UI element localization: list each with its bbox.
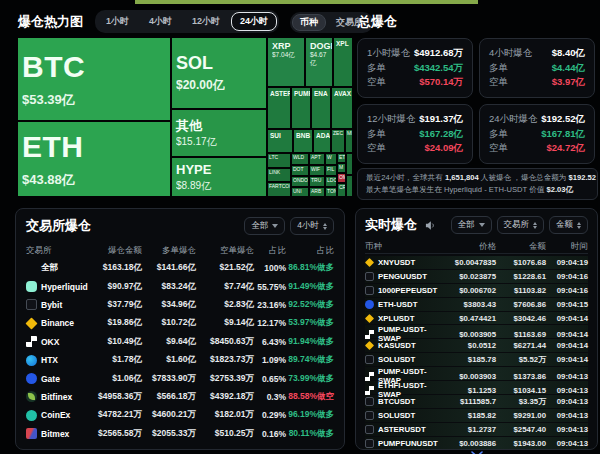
table-row[interactable]: CoinEx$4782.21万$4600.21万$182.01万0.29%96.… [26,406,334,424]
treemap-cell-ADA[interactable]: ADA [314,130,330,152]
table-row[interactable]: XPLUSDT$0.474421$3042.4609:04:14 [365,312,588,325]
treemap-cell-ONDO[interactable]: ONDO [292,177,308,186]
table-row[interactable]: Hyperliquid$90.97亿$83.24亿$7.74亿55.75%91.… [26,277,334,295]
treemap-cell-LDC[interactable]: LDC [326,177,336,186]
time-cell: 09:04:13 [546,372,588,381]
table-row[interactable]: Binance$19.86亿$10.72亿$9.14亿12.17%53.97%做… [26,314,334,332]
long-cell: $2055.33万 [142,428,196,440]
treemap-cell-label: APT [311,155,323,161]
treemap-cell-XPL[interactable]: XPL [334,38,352,86]
treemap-cell-value: $15.17亿 [176,136,262,148]
treemap-cell-FIL[interactable]: FIL [326,166,336,175]
card-total-row: 4小时爆仓$8.40亿 [489,47,585,60]
treemap-cell-TON[interactable]: TON [326,188,336,196]
treemap-cell-ARB[interactable]: ARB [310,188,324,196]
treemap-cell-SUI[interactable]: SUI [268,130,292,152]
table-row[interactable]: PUMPFUNUSDT$0.003886$1943.0009:04:13 [365,437,588,450]
treemap-cell-M[interactable]: M [338,164,345,172]
sort-icon [323,223,327,230]
treemap-cell-WIF[interactable]: WIF [310,166,324,175]
card-long-row: 多单$167.28亿 [367,128,463,141]
exchange-table-body: 全部$163.18亿$141.66亿$21.52亿100%86.81%做多Hyp… [26,259,334,443]
long-cell: $566.18万 [142,391,196,403]
sound-icon[interactable] [425,220,436,231]
ratio-cell: 86.81%做多 [286,262,334,274]
table-row[interactable]: SOLUSDT$185.78$5.52万09:04:14 [365,353,588,366]
time-filter-24小时[interactable]: 24小时 [231,12,277,31]
table-row[interactable]: 全部$163.18亿$141.66亿$21.52亿100%86.81%做多 [26,259,334,277]
time-filter-1小时[interactable]: 1小时 [97,12,138,31]
liquidation-summary: 最近24小时，全球共有 1,651,804 人被爆仓 ，爆仓总金额为 $192.… [357,168,598,200]
table-row[interactable]: PUMP-USDT-SWAP$0.003903$1373.8609:04:13 [365,367,588,380]
table-row[interactable]: 1000PEPEUSDT$0.006702$1103.8209:04:16 [365,284,588,297]
symbol-name: PUMPFUNUSDT [378,439,438,448]
treemap-cell-LINK[interactable]: LINK [268,169,290,181]
exchange-dropdown-全部[interactable]: 全部 [244,217,285,235]
treemap-cell-ASTER[interactable]: ASTER [268,88,290,128]
treemap-cell-PUMP[interactable]: PUMP [292,88,310,128]
treemap-cell-AVAX[interactable]: AVAX [332,88,352,128]
treemap-cell-TRU[interactable]: TRU [310,177,324,186]
table-row[interactable]: Gate$1.06亿$7833.90万$2753.39万0.65%73.99%做… [26,369,334,387]
table-row[interactable]: PUMP-USDT-SWAP$0.003905$1163.6909:04:14 [365,325,588,338]
treemap-cell-ZEC[interactable]: ZEC [332,130,344,152]
liquidation-card-12小时爆仓: 12小时爆仓$191.37亿多单$167.28亿空单$24.09亿 [357,104,473,164]
exchange-dropdown-4小时[interactable]: 4小时 [290,217,334,235]
table-row[interactable]: XNYUSDT$0.0047835$1076.6809:04:19 [365,256,588,269]
table-row[interactable]: KASUSDT$0.0512$6271.4409:04:14 [365,339,588,352]
ratio-cell: 96.19%做多 [286,409,334,421]
amount-cell: $1076.68 [496,258,546,267]
table-row[interactable]: BTCUSDT$111585.7$3.35万09:04:13 [365,395,588,408]
treemap-cell-DOT[interactable]: DOT [292,166,308,175]
amount-cell: $1373.86 [496,372,546,381]
exchange-col-爆仓金额: 爆仓金额 [88,245,142,257]
table-row[interactable]: Bybit$37.79亿$34.96亿$2.83亿23.16%92.52%做多 [26,296,334,314]
treemap-cell-XRP[interactable]: XRP$7.04亿 [268,38,304,86]
symbol-cell: ETH-USDT [365,300,442,309]
treemap-cell-BTC[interactable]: BTC$53.39亿 [18,38,170,120]
treemap-cell-MNT[interactable]: MNT [346,130,352,152]
long-cell: $7833.90万 [142,373,196,385]
treemap-cell-CRV[interactable]: CRV [338,184,345,196]
load-more-chevron[interactable] [365,450,588,454]
treemap-cell-BNB[interactable]: BNB [294,130,312,152]
treemap-cell-ENA[interactable]: ENA [312,88,330,128]
table-row[interactable]: HTX$1.78亿$1.60亿$1823.73万1.09%89.74%做多 [26,351,334,369]
treemap-cell-OM[interactable]: OM [338,174,345,182]
table-row[interactable]: Bitfinex$4958.36万$566.18万$4392.18万0.3%88… [26,388,334,406]
table-row[interactable]: PENGUUSDT$0.023875$1228.6109:04:16 [365,270,588,283]
treemap-cell-ETC[interactable]: ETC [338,154,345,162]
treemap-cell-SOL[interactable]: SOL$20.00亿 [172,38,266,108]
realtime-dropdown-全部[interactable]: 全部 [451,216,492,234]
card-short-value: $570.14万 [419,76,463,89]
treemap-cell-LTC[interactable]: LTC [268,154,290,167]
table-row[interactable]: SOLUSDT$185.82$9291.0009:04:13 [365,409,588,422]
table-row[interactable]: ETH-USDT$3803.43$7606.8609:04:15 [365,298,588,311]
time-filter-12小时[interactable]: 12小时 [183,12,229,31]
card-short-row: 空单$24.09亿 [367,142,463,155]
amount-cell: $90.97亿 [88,281,142,293]
table-row[interactable]: ASTERUSDT$1.2737$2547.4009:04:13 [365,423,588,436]
treemap-cell-WLD[interactable]: WLD [292,154,308,164]
treemap-cell-UNI[interactable]: UNI [292,188,308,196]
table-row[interactable]: ETHFI-USDT-SWAP$1.1253$1034.1509:04:13 [365,381,588,394]
time-filter-4小时[interactable]: 4小时 [140,12,181,31]
treemap-cell-其他[interactable]: 其他$15.17亿 [172,110,266,156]
table-row[interactable]: Bitmex$2565.58万$2055.33万$510.25万0.16%80.… [26,425,334,443]
treemap-cell-label: WLD [293,155,307,161]
treemap-cell-W[interactable]: W [326,154,336,164]
binance-icon [365,341,374,350]
treemap-cell-APT[interactable]: APT [310,154,324,164]
realtime-dropdown-交易所[interactable]: 交易所 [497,216,545,234]
treemap-cell-filler[interactable] [347,154,352,174]
treemap-cell-label: BNB [296,132,310,139]
treemap-cell-FARTCOIN[interactable]: FARTCOIN [268,183,290,196]
realtime-dropdown-金额[interactable]: 金额 [549,216,588,234]
toggle-币种[interactable]: 币种 [292,14,326,31]
treemap-cell-HYPE[interactable]: HYPE$8.89亿 [172,158,266,196]
treemap-cell-ETH[interactable]: ETH$43.88亿 [18,122,170,196]
table-row[interactable]: OKX$10.49亿$9.64亿$8450.63万6.43%91.94%做多 [26,333,334,351]
treemap-cell-filler[interactable] [347,176,352,196]
amount-cell: $7606.86 [496,300,546,309]
treemap-cell-DOGE[interactable]: DOGE$4.67亿 [306,38,332,86]
